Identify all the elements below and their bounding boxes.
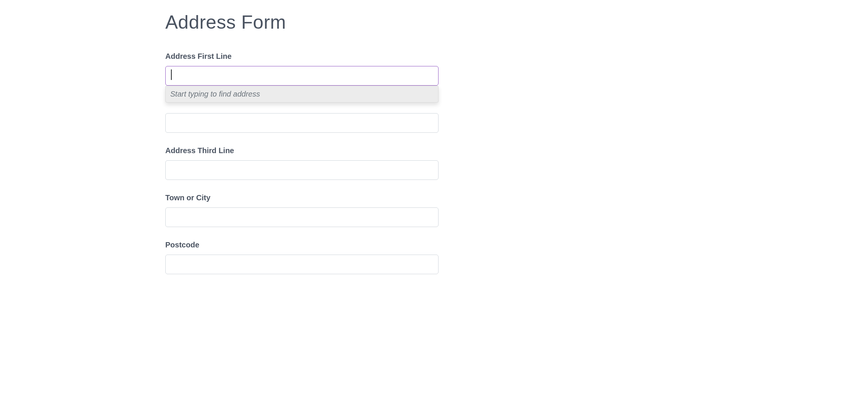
address-form-container: Address Form Address First Line Start ty… bbox=[165, 0, 439, 274]
field-town: Town or City bbox=[165, 193, 439, 227]
label-address-line3: Address Third Line bbox=[165, 146, 439, 155]
label-town: Town or City bbox=[165, 193, 439, 202]
field-address-line1: Address First Line Start typing to find … bbox=[165, 52, 439, 86]
input-address-line2[interactable] bbox=[165, 113, 439, 133]
autocomplete-suggestion[interactable]: Start typing to find address bbox=[165, 86, 439, 103]
page-title: Address Form bbox=[165, 11, 439, 33]
input-town[interactable] bbox=[165, 207, 439, 227]
input-postcode[interactable] bbox=[165, 255, 439, 274]
text-caret bbox=[171, 69, 172, 80]
input-address-line3[interactable] bbox=[165, 160, 439, 180]
label-postcode: Postcode bbox=[165, 241, 439, 249]
field-postcode: Postcode bbox=[165, 241, 439, 274]
input-address-line1[interactable] bbox=[165, 66, 439, 86]
label-address-line1: Address First Line bbox=[165, 52, 439, 61]
field-address-line3: Address Third Line bbox=[165, 146, 439, 180]
field-address-line2: Address Second Line bbox=[165, 99, 439, 133]
